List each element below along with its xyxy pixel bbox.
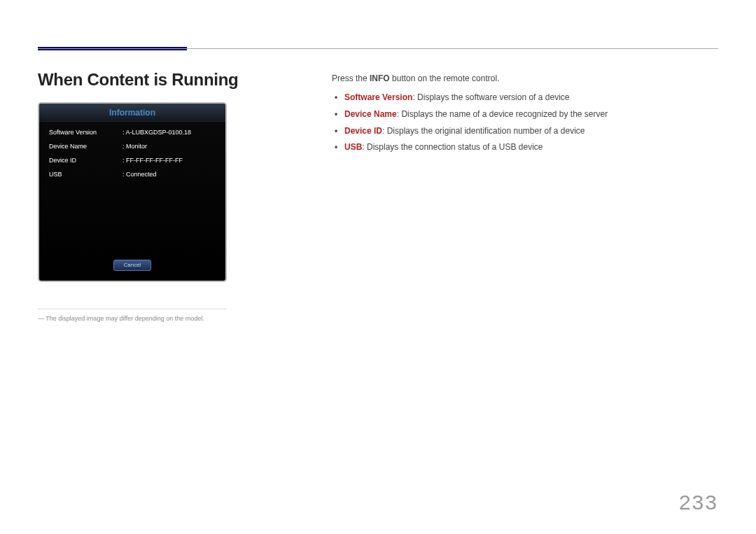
info-panel-body: Software Version : A-LUBXGDSP-0100.18 De… xyxy=(39,122,225,192)
cancel-button[interactable]: Cancel xyxy=(113,260,151,271)
term-desc: : Displays the software version of a dev… xyxy=(412,92,569,102)
term-desc: : Displays the original identification n… xyxy=(382,126,585,136)
page-number: 233 xyxy=(679,491,718,514)
info-label: USB xyxy=(49,171,122,178)
info-row: USB : Connected xyxy=(49,171,216,178)
intro-bold: INFO xyxy=(370,73,390,83)
intro-suffix: button on the remote control. xyxy=(390,73,500,83)
list-item: Device Name: Displays the name of a devi… xyxy=(335,108,718,120)
section-heading: When Content is Running xyxy=(38,70,311,90)
term-desc: : Displays the name of a device recogniz… xyxy=(397,109,608,119)
term: USB xyxy=(344,142,362,152)
list-item: USB: Displays the connection status of a… xyxy=(335,141,718,153)
footnote-text: ― The displayed image may differ dependi… xyxy=(38,315,311,322)
list-item: Device ID: Displays the original identif… xyxy=(335,125,718,137)
intro-prefix: Press the xyxy=(332,73,370,83)
info-label: Device ID xyxy=(49,157,122,164)
info-panel: Information Software Version : A-LUBXGDS… xyxy=(38,102,227,282)
info-row: Device ID : FF-FF-FF-FF-FF-FF xyxy=(49,157,216,164)
term: Device Name xyxy=(344,109,397,119)
intro-text: Press the INFO button on the remote cont… xyxy=(332,73,718,83)
term: Software Version xyxy=(344,92,412,102)
term-desc: : Displays the connection status of a US… xyxy=(362,142,542,152)
info-label: Device Name xyxy=(49,143,122,150)
term: Device ID xyxy=(344,126,382,136)
info-value: : Monitor xyxy=(122,143,216,150)
list-item: Software Version: Displays the software … xyxy=(335,92,718,104)
info-panel-title: Information xyxy=(39,104,225,122)
info-value: : A-LUBXGDSP-0100.18 xyxy=(122,129,216,136)
info-row: Software Version : A-LUBXGDSP-0100.18 xyxy=(49,129,216,136)
info-row: Device Name : Monitor xyxy=(49,143,216,150)
info-value: : FF-FF-FF-FF-FF-FF xyxy=(122,157,216,164)
footnote-separator xyxy=(38,309,227,309)
info-value: : Connected xyxy=(122,171,216,178)
info-label: Software Version xyxy=(49,129,122,136)
description-list: Software Version: Displays the software … xyxy=(332,92,718,153)
header-line xyxy=(38,48,718,49)
